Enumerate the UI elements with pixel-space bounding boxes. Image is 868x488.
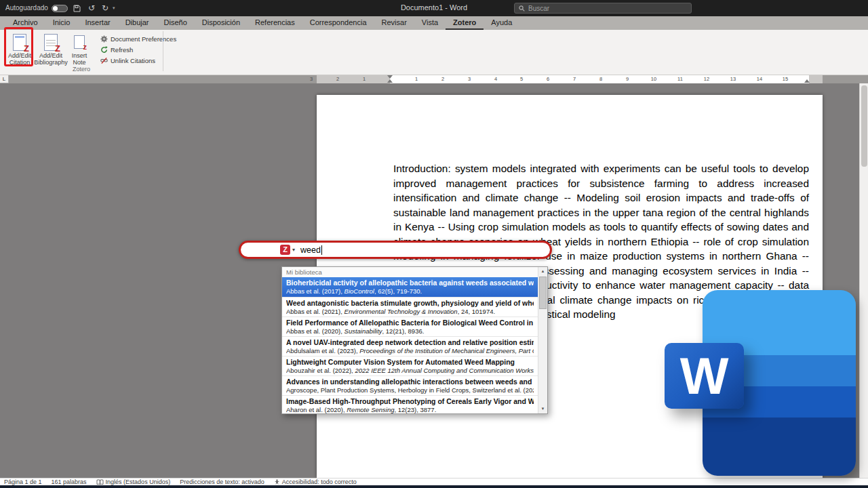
accessibility-status[interactable]: Accesibilidad: todo correcto bbox=[274, 479, 357, 485]
scrollbar-thumb[interactable] bbox=[861, 85, 867, 167]
toggle-knob bbox=[53, 6, 58, 11]
dropdown-scrollbar-thumb[interactable] bbox=[539, 277, 547, 309]
redo-icon[interactable]: ↻ bbox=[102, 3, 108, 14]
ruler-number: 2 bbox=[332, 75, 343, 83]
citation-meta: Abdulsalam et al. (2023), Proceedings of… bbox=[286, 347, 534, 355]
zotero-results-dropdown: Mi biblioteca Bioherbicidal activity of … bbox=[281, 266, 548, 414]
logo-band bbox=[703, 418, 856, 476]
ruler-number: 3 bbox=[464, 75, 475, 83]
zotero-small-buttons: Document Preferences Refresh Unlink Cita… bbox=[100, 33, 176, 66]
page-count[interactable]: Página 1 de 1 bbox=[4, 479, 42, 485]
refresh-button[interactable]: Refresh bbox=[100, 44, 176, 55]
unlink-citations-button[interactable]: Unlink Citations bbox=[100, 55, 176, 66]
title-bar: Autoguardado ↺ ↻ ▾ Documento1 - Word Bus… bbox=[0, 0, 868, 16]
citation-result[interactable]: Image-Based High-Throughput Phenotyping … bbox=[282, 395, 538, 413]
zotero-group-label: Zotero bbox=[0, 66, 163, 73]
citation-result[interactable]: A novel UAV-integrated deep network dete… bbox=[282, 336, 538, 356]
zotero-menu-caret-icon[interactable]: ▾ bbox=[292, 247, 295, 253]
results-list: Bioherbicidal activity of allelopathic b… bbox=[282, 277, 538, 413]
ruler-left-margin bbox=[317, 75, 390, 83]
tab-referencias[interactable]: Referencias bbox=[248, 16, 302, 30]
ruler-number: 1 bbox=[359, 75, 370, 83]
tab-disposicion[interactable]: Disposición bbox=[195, 16, 248, 30]
zotero-logo-icon[interactable]: Z bbox=[280, 245, 290, 255]
citation-title: Field Performance of Allelopathic Bacter… bbox=[286, 319, 534, 327]
citation-meta: Agroscope, Plant Production Systems, Her… bbox=[286, 386, 534, 394]
citation-pages: , 12(23), 3877. bbox=[394, 406, 436, 413]
tab-diseno[interactable]: Diseño bbox=[157, 16, 195, 30]
ruler-number: 1 bbox=[411, 75, 422, 83]
tab-dibujar[interactable]: Dibujar bbox=[118, 16, 157, 30]
tab-stop-selector[interactable]: L bbox=[0, 75, 9, 83]
citation-meta: Aharon et al. (2020), Remote Sensing, 12… bbox=[286, 406, 534, 413]
document-preferences-button[interactable]: Document Preferences bbox=[100, 33, 176, 44]
scroll-down-icon[interactable]: ▼ bbox=[538, 405, 547, 413]
citation-title: Weed antagonistic bacteria stimulate gro… bbox=[286, 299, 534, 308]
tab-revisar[interactable]: Revisar bbox=[374, 16, 414, 30]
status-bar: Página 1 de 1 161 palabras Inglés (Estad… bbox=[0, 478, 868, 485]
text-cursor bbox=[321, 245, 322, 255]
ribbon: Z Add/Edit Citation Z Add/Edit Bibliogra… bbox=[0, 30, 868, 75]
citation-result[interactable]: Field Performance of Allelopathic Bacter… bbox=[282, 317, 538, 336]
right-indent-marker[interactable] bbox=[804, 79, 810, 83]
tab-zotero[interactable]: Zotero bbox=[446, 16, 484, 30]
tab-inicio[interactable]: Inicio bbox=[45, 16, 78, 30]
word-count[interactable]: 161 palabras bbox=[52, 479, 87, 485]
citation-journal: 2022 IEEE 12th Annual Computing and Comm… bbox=[355, 367, 534, 374]
left-indent-marker[interactable] bbox=[387, 79, 393, 83]
vertical-scrollbar[interactable] bbox=[859, 83, 868, 478]
add-edit-bibliography-icon: Z bbox=[44, 32, 58, 52]
dropdown-scrollbar[interactable]: ▲ ▼ bbox=[538, 267, 547, 413]
autosave-toggle[interactable] bbox=[52, 5, 68, 12]
autosave-label: Autoguardado bbox=[5, 4, 48, 12]
tab-vista[interactable]: Vista bbox=[414, 16, 446, 30]
citation-title: Advances in understanding allelopathic i… bbox=[286, 378, 534, 386]
scroll-up-icon[interactable]: ▲ bbox=[538, 267, 547, 276]
citation-pages: , 12(21), 8936. bbox=[382, 327, 425, 335]
button-label: Insert bbox=[72, 52, 87, 59]
word-window: Autoguardado ↺ ↻ ▾ Documento1 - Word Bus… bbox=[0, 0, 868, 488]
citation-result[interactable]: Advances in understanding allelopathic i… bbox=[282, 375, 538, 395]
horizontal-ruler: 3 2 1 1 2 3 4 5 6 7 8 9 10 11 12 13 14 1… bbox=[0, 75, 868, 83]
citation-result[interactable]: Lightweight Computer Vision System for A… bbox=[282, 356, 538, 375]
accessibility-icon bbox=[274, 479, 280, 485]
first-line-indent-marker[interactable] bbox=[387, 75, 393, 79]
ruler-number: 9 bbox=[622, 75, 633, 83]
add-edit-bibliography-button[interactable]: Z Add/Edit Bibliography bbox=[35, 32, 66, 70]
tab-ayuda[interactable]: Ayuda bbox=[484, 16, 519, 30]
citation-pages: , 24, 101974. bbox=[458, 308, 495, 315]
citation-title: A novel UAV-integrated deep network dete… bbox=[286, 338, 534, 347]
citation-authors: Abdulsalam et al. (2023), bbox=[286, 347, 359, 354]
citation-result[interactable]: Bioherbicidal activity of allelopathic b… bbox=[282, 277, 538, 297]
citation-journal: Remote Sensing bbox=[347, 406, 394, 413]
citation-authors: Abbas et al. (2021), bbox=[286, 308, 344, 315]
unlink-icon bbox=[100, 57, 108, 64]
ruler-number: 13 bbox=[728, 75, 738, 83]
taskbar-edge bbox=[0, 485, 868, 488]
refresh-icon bbox=[100, 46, 108, 54]
search-input[interactable]: Buscar bbox=[514, 3, 692, 14]
citation-journal: Sustainability bbox=[344, 327, 382, 335]
citation-title: Image-Based High-Throughput Phenotyping … bbox=[286, 397, 534, 406]
search-icon bbox=[519, 5, 525, 12]
ruler-number: 2 bbox=[437, 75, 448, 83]
ruler-number: 8 bbox=[595, 75, 606, 83]
qat-caret-icon[interactable]: ▾ bbox=[113, 5, 115, 11]
library-header: Mi biblioteca bbox=[282, 267, 547, 277]
tab-insertar[interactable]: Insertar bbox=[77, 16, 117, 30]
language-label: Inglés (Estados Unidos) bbox=[106, 479, 171, 485]
button-label: Bibliography bbox=[34, 59, 68, 66]
zotero-citation-input[interactable]: Z ▾ weed bbox=[239, 241, 552, 259]
text-predictions-status[interactable]: Predicciones de texto: activado bbox=[180, 479, 264, 485]
insert-note-button[interactable]: z Insert Note bbox=[68, 32, 91, 70]
ruler-number: 10 bbox=[648, 75, 659, 83]
citation-pages: , 62(5), 719-730. bbox=[374, 287, 422, 295]
citation-result[interactable]: Weed antagonistic bacteria stimulate gro… bbox=[282, 297, 538, 317]
word-logo-square: W bbox=[665, 343, 744, 409]
language-status[interactable]: Inglés (Estados Unidos) bbox=[96, 479, 171, 485]
citation-journal: Environmental Technology & Innovation bbox=[344, 308, 458, 315]
citation-journal: BioControl bbox=[344, 287, 374, 295]
save-icon[interactable] bbox=[73, 4, 81, 15]
tab-correspondencia[interactable]: Correspondencia bbox=[302, 16, 374, 30]
undo-icon[interactable]: ↺ bbox=[88, 3, 95, 14]
